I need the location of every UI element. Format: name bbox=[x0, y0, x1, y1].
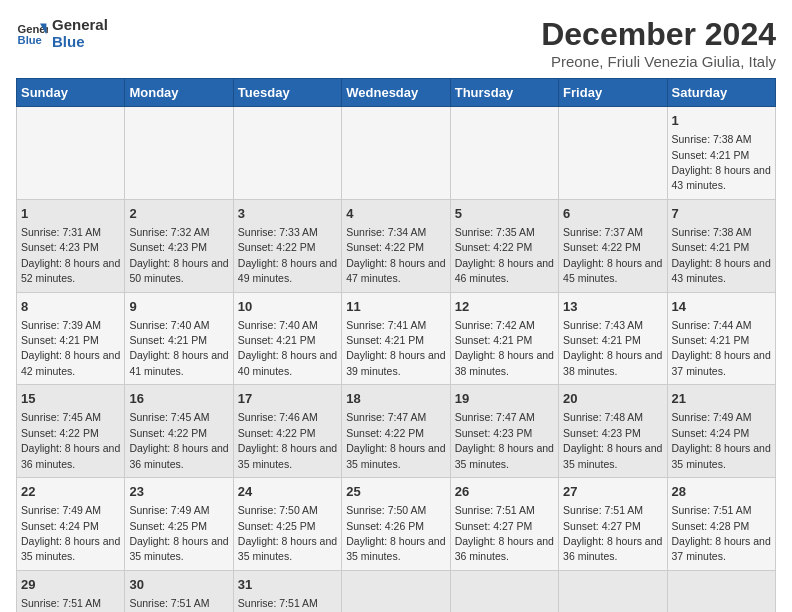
calendar-cell: 25Sunrise: 7:50 AMSunset: 4:26 PMDayligh… bbox=[342, 478, 450, 571]
calendar-cell bbox=[450, 570, 558, 612]
day-info: Sunrise: 7:40 AMSunset: 4:21 PMDaylight:… bbox=[238, 319, 337, 377]
calendar-cell: 23Sunrise: 7:49 AMSunset: 4:25 PMDayligh… bbox=[125, 478, 233, 571]
day-info: Sunrise: 7:51 AMSunset: 4:31 PMDaylight:… bbox=[238, 597, 337, 612]
day-info: Sunrise: 7:45 AMSunset: 4:22 PMDaylight:… bbox=[21, 411, 120, 469]
header-thursday: Thursday bbox=[450, 79, 558, 107]
day-info: Sunrise: 7:49 AMSunset: 4:24 PMDaylight:… bbox=[21, 504, 120, 562]
day-info: Sunrise: 7:42 AMSunset: 4:21 PMDaylight:… bbox=[455, 319, 554, 377]
header-saturday: Saturday bbox=[667, 79, 775, 107]
page-subtitle: Preone, Friuli Venezia Giulia, Italy bbox=[541, 53, 776, 70]
day-info: Sunrise: 7:50 AMSunset: 4:25 PMDaylight:… bbox=[238, 504, 337, 562]
calendar-cell: 15Sunrise: 7:45 AMSunset: 4:22 PMDayligh… bbox=[17, 385, 125, 478]
header-sunday: Sunday bbox=[17, 79, 125, 107]
calendar-cell: 18Sunrise: 7:47 AMSunset: 4:22 PMDayligh… bbox=[342, 385, 450, 478]
calendar-cell: 14Sunrise: 7:44 AMSunset: 4:21 PMDayligh… bbox=[667, 292, 775, 385]
day-info: Sunrise: 7:50 AMSunset: 4:26 PMDaylight:… bbox=[346, 504, 445, 562]
day-number: 19 bbox=[455, 390, 554, 408]
day-info: Sunrise: 7:47 AMSunset: 4:22 PMDaylight:… bbox=[346, 411, 445, 469]
day-number: 8 bbox=[21, 298, 120, 316]
calendar-week-row: 22Sunrise: 7:49 AMSunset: 4:24 PMDayligh… bbox=[17, 478, 776, 571]
day-number: 31 bbox=[238, 576, 337, 594]
day-number: 18 bbox=[346, 390, 445, 408]
calendar-cell: 13Sunrise: 7:43 AMSunset: 4:21 PMDayligh… bbox=[559, 292, 667, 385]
calendar-cell bbox=[342, 570, 450, 612]
day-info: Sunrise: 7:44 AMSunset: 4:21 PMDaylight:… bbox=[672, 319, 771, 377]
calendar-cell bbox=[233, 107, 341, 200]
calendar-cell: 2Sunrise: 7:32 AMSunset: 4:23 PMDaylight… bbox=[125, 199, 233, 292]
calendar-cell: 27Sunrise: 7:51 AMSunset: 4:27 PMDayligh… bbox=[559, 478, 667, 571]
calendar-cell: 8Sunrise: 7:39 AMSunset: 4:21 PMDaylight… bbox=[17, 292, 125, 385]
calendar-cell: 10Sunrise: 7:40 AMSunset: 4:21 PMDayligh… bbox=[233, 292, 341, 385]
day-info: Sunrise: 7:51 AMSunset: 4:29 PMDaylight:… bbox=[21, 597, 120, 612]
day-number: 11 bbox=[346, 298, 445, 316]
day-info: Sunrise: 7:51 AMSunset: 4:27 PMDaylight:… bbox=[455, 504, 554, 562]
calendar-cell: 12Sunrise: 7:42 AMSunset: 4:21 PMDayligh… bbox=[450, 292, 558, 385]
calendar-cell: 20Sunrise: 7:48 AMSunset: 4:23 PMDayligh… bbox=[559, 385, 667, 478]
calendar-cell bbox=[342, 107, 450, 200]
calendar-cell bbox=[667, 570, 775, 612]
calendar-cell bbox=[559, 570, 667, 612]
page-title: December 2024 bbox=[541, 16, 776, 53]
calendar-cell: 30Sunrise: 7:51 AMSunset: 4:30 PMDayligh… bbox=[125, 570, 233, 612]
day-number: 4 bbox=[346, 205, 445, 223]
header-wednesday: Wednesday bbox=[342, 79, 450, 107]
calendar-cell: 16Sunrise: 7:45 AMSunset: 4:22 PMDayligh… bbox=[125, 385, 233, 478]
calendar-cell: 1Sunrise: 7:31 AMSunset: 4:23 PMDaylight… bbox=[17, 199, 125, 292]
calendar-cell: 21Sunrise: 7:49 AMSunset: 4:24 PMDayligh… bbox=[667, 385, 775, 478]
day-info: Sunrise: 7:32 AMSunset: 4:23 PMDaylight:… bbox=[129, 226, 228, 284]
day-number: 28 bbox=[672, 483, 771, 501]
calendar-cell: 24Sunrise: 7:50 AMSunset: 4:25 PMDayligh… bbox=[233, 478, 341, 571]
calendar-cell: 9Sunrise: 7:40 AMSunset: 4:21 PMDaylight… bbox=[125, 292, 233, 385]
calendar-cell: 22Sunrise: 7:49 AMSunset: 4:24 PMDayligh… bbox=[17, 478, 125, 571]
day-info: Sunrise: 7:33 AMSunset: 4:22 PMDaylight:… bbox=[238, 226, 337, 284]
calendar-cell: 28Sunrise: 7:51 AMSunset: 4:28 PMDayligh… bbox=[667, 478, 775, 571]
calendar-week-row: 15Sunrise: 7:45 AMSunset: 4:22 PMDayligh… bbox=[17, 385, 776, 478]
day-number: 29 bbox=[21, 576, 120, 594]
calendar-week-row: 8Sunrise: 7:39 AMSunset: 4:21 PMDaylight… bbox=[17, 292, 776, 385]
day-info: Sunrise: 7:35 AMSunset: 4:22 PMDaylight:… bbox=[455, 226, 554, 284]
day-info: Sunrise: 7:40 AMSunset: 4:21 PMDaylight:… bbox=[129, 319, 228, 377]
day-number: 30 bbox=[129, 576, 228, 594]
day-number: 10 bbox=[238, 298, 337, 316]
day-number: 21 bbox=[672, 390, 771, 408]
calendar-week-row: 29Sunrise: 7:51 AMSunset: 4:29 PMDayligh… bbox=[17, 570, 776, 612]
day-number: 26 bbox=[455, 483, 554, 501]
day-info: Sunrise: 7:31 AMSunset: 4:23 PMDaylight:… bbox=[21, 226, 120, 284]
calendar-cell: 29Sunrise: 7:51 AMSunset: 4:29 PMDayligh… bbox=[17, 570, 125, 612]
day-number: 5 bbox=[455, 205, 554, 223]
day-info: Sunrise: 7:49 AMSunset: 4:25 PMDaylight:… bbox=[129, 504, 228, 562]
day-number: 7 bbox=[672, 205, 771, 223]
day-number: 16 bbox=[129, 390, 228, 408]
calendar-cell bbox=[17, 107, 125, 200]
day-number: 3 bbox=[238, 205, 337, 223]
logo: General Blue General Blue bbox=[16, 16, 108, 50]
day-number: 1 bbox=[672, 112, 771, 130]
day-number: 14 bbox=[672, 298, 771, 316]
day-info: Sunrise: 7:38 AMSunset: 4:21 PMDaylight:… bbox=[672, 133, 771, 191]
day-number: 6 bbox=[563, 205, 662, 223]
logo-blue: Blue bbox=[52, 33, 108, 50]
calendar-cell: 6Sunrise: 7:37 AMSunset: 4:22 PMDaylight… bbox=[559, 199, 667, 292]
day-info: Sunrise: 7:38 AMSunset: 4:21 PMDaylight:… bbox=[672, 226, 771, 284]
calendar-cell: 1Sunrise: 7:38 AMSunset: 4:21 PMDaylight… bbox=[667, 107, 775, 200]
calendar-cell bbox=[559, 107, 667, 200]
day-number: 12 bbox=[455, 298, 554, 316]
day-number: 15 bbox=[21, 390, 120, 408]
day-info: Sunrise: 7:48 AMSunset: 4:23 PMDaylight:… bbox=[563, 411, 662, 469]
header-monday: Monday bbox=[125, 79, 233, 107]
day-info: Sunrise: 7:51 AMSunset: 4:30 PMDaylight:… bbox=[129, 597, 228, 612]
header-tuesday: Tuesday bbox=[233, 79, 341, 107]
calendar-cell: 3Sunrise: 7:33 AMSunset: 4:22 PMDaylight… bbox=[233, 199, 341, 292]
calendar-cell: 26Sunrise: 7:51 AMSunset: 4:27 PMDayligh… bbox=[450, 478, 558, 571]
day-info: Sunrise: 7:47 AMSunset: 4:23 PMDaylight:… bbox=[455, 411, 554, 469]
svg-text:Blue: Blue bbox=[18, 34, 42, 46]
calendar-week-row: 1Sunrise: 7:31 AMSunset: 4:23 PMDaylight… bbox=[17, 199, 776, 292]
day-number: 22 bbox=[21, 483, 120, 501]
day-number: 24 bbox=[238, 483, 337, 501]
calendar-cell: 11Sunrise: 7:41 AMSunset: 4:21 PMDayligh… bbox=[342, 292, 450, 385]
day-info: Sunrise: 7:39 AMSunset: 4:21 PMDaylight:… bbox=[21, 319, 120, 377]
calendar-cell: 19Sunrise: 7:47 AMSunset: 4:23 PMDayligh… bbox=[450, 385, 558, 478]
day-info: Sunrise: 7:37 AMSunset: 4:22 PMDaylight:… bbox=[563, 226, 662, 284]
day-info: Sunrise: 7:46 AMSunset: 4:22 PMDaylight:… bbox=[238, 411, 337, 469]
calendar-table: SundayMondayTuesdayWednesdayThursdayFrid… bbox=[16, 78, 776, 612]
